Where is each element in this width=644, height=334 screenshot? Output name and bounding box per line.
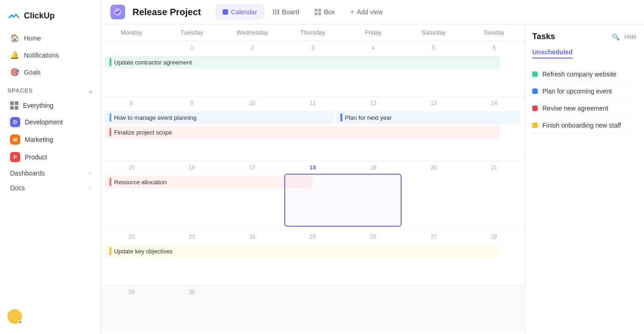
hide-button[interactable]: Hide: [624, 33, 637, 40]
w5d0: 29: [101, 287, 161, 297]
week2-dates: 8 9 10 11 12 13 14: [101, 96, 524, 110]
notifications-label: Notifications: [24, 52, 59, 59]
week1-dates: 1 2 3 4 5 6: [101, 41, 524, 55]
tasks-unscheduled-tab[interactable]: Unscheduled: [532, 48, 573, 59]
task-item-1[interactable]: Refresh company website: [532, 66, 637, 83]
task-dot-1: [532, 71, 538, 77]
event-label: Resource allocation: [114, 179, 167, 186]
event-plan-year[interactable]: Plan for next year: [336, 111, 521, 124]
calendar-week-3: 15 16 17 18 19 20 21 Resource allocation: [101, 161, 524, 230]
main-content: Release Project Calendar Board: [101, 0, 644, 334]
development-label: Development: [25, 118, 63, 126]
event-bar: [340, 113, 342, 122]
goals-icon: 🎯: [10, 68, 19, 76]
event-resource-allocation[interactable]: Resource allocation: [105, 176, 313, 188]
w1d6: 6: [464, 43, 524, 53]
w5d4: [343, 287, 403, 297]
sidebar-item-dashboards[interactable]: Dashboards ›: [3, 166, 98, 181]
tab-calendar[interactable]: Calendar: [216, 5, 264, 19]
w1d3: 3: [282, 43, 343, 53]
w5d1: 30: [161, 287, 222, 297]
day-sunday: Sunday: [464, 24, 524, 41]
search-icon[interactable]: 🔍: [612, 33, 620, 41]
w3d3-today: 18: [282, 163, 343, 173]
w1d0: [101, 43, 161, 53]
sidebar-item-product[interactable]: P Product: [3, 148, 98, 166]
sidebar-nav-goals[interactable]: 🎯 Goals: [3, 64, 98, 81]
w2d5: 13: [403, 98, 464, 108]
w3d1: 16: [161, 163, 222, 173]
event-finalize-scope[interactable]: Finalize project scope: [105, 126, 500, 139]
sidebar-item-docs[interactable]: Docs ›: [3, 181, 98, 195]
event-update-objectives[interactable]: Update key objectives: [105, 245, 500, 258]
product-label: Product: [25, 153, 47, 161]
clickup-logo-icon: [7, 9, 20, 22]
sidebar-item-everything[interactable]: Everything: [3, 98, 98, 113]
calendar-week-1: 1 2 3 4 5 6 Update contractor agreement: [101, 41, 524, 96]
calendar-main[interactable]: Monday Tuesday Wednesday Thursday Friday…: [101, 24, 524, 334]
logo-text: ClickUp: [24, 11, 55, 21]
w4d4: 26: [343, 232, 403, 242]
user-avatar[interactable]: [7, 309, 22, 324]
tasks-panel: Tasks 🔍 Hide Unscheduled Refresh company…: [524, 24, 644, 334]
week4-dates: 22 23 24 25 26 27 28: [101, 230, 524, 244]
w2d1: 9: [161, 98, 222, 108]
w2d2: 10: [222, 98, 282, 108]
home-icon: 🏠: [10, 34, 19, 42]
view-tabs: Calendar Board Box +: [216, 5, 389, 19]
w2d6: 14: [464, 98, 524, 108]
sidebar-item-marketing[interactable]: M Marketing: [3, 131, 98, 148]
box-tab-icon: [315, 9, 321, 15]
w4d3: 25: [282, 232, 343, 242]
add-view-button[interactable]: + Add view: [344, 5, 389, 19]
day-tuesday: Tuesday: [161, 24, 222, 41]
project-title: Release Project: [132, 7, 201, 18]
spaces-label: Spaces: [7, 87, 33, 94]
task-item-2[interactable]: Plan for upcoming event: [532, 83, 637, 100]
task-label-2: Plan for upcoming event: [542, 88, 612, 95]
week2-events-row1: How to manage event planning Plan for ne…: [105, 111, 521, 124]
event-update-contractor[interactable]: Update contractor agreement: [105, 56, 500, 69]
w1d2: 2: [222, 43, 282, 53]
event-manage-event[interactable]: How to manage event planning: [105, 111, 334, 124]
dashboards-label: Dashboards: [10, 170, 45, 177]
spaces-section-header: Spaces ⌄: [0, 81, 101, 98]
day-thursday: Thursday: [282, 24, 343, 41]
week2-events: How to manage event planning Plan for ne…: [101, 110, 524, 142]
sidebar-nav-notifications[interactable]: 🔔 Notifications: [3, 47, 98, 64]
board-tab-icon: [273, 9, 279, 15]
w5d6: [464, 287, 524, 297]
svg-point-0: [114, 8, 121, 16]
week3-dates: 15 16 17 18 19 20 21: [101, 161, 524, 175]
task-item-4[interactable]: Finish onboarding new staff: [532, 117, 637, 134]
sidebar-item-development[interactable]: D Development: [3, 113, 98, 131]
avatar-indicator: [18, 320, 22, 324]
sidebar-nav-home[interactable]: 🏠 Home: [3, 29, 98, 47]
development-badge: D: [10, 117, 20, 127]
event-label: How to manage event planning: [114, 114, 196, 121]
task-dot-2: [532, 88, 538, 94]
w3d0: 15: [101, 163, 161, 173]
event-bar: [109, 128, 111, 136]
w3d2: 17: [222, 163, 282, 173]
w1d4: 4: [343, 43, 403, 53]
everything-label: Everything: [23, 102, 53, 109]
event-bar: [109, 58, 111, 66]
tasks-title: Tasks: [532, 32, 555, 41]
marketing-label: Marketing: [25, 136, 53, 143]
calendar-week-2: 8 9 10 11 12 13 14 How to manage event p…: [101, 96, 524, 161]
tab-box[interactable]: Box: [308, 5, 342, 19]
task-item-3[interactable]: Revise new agreement: [532, 100, 637, 117]
logo[interactable]: ClickUp: [0, 6, 101, 29]
product-badge: P: [10, 152, 20, 162]
event-bar: [109, 113, 111, 122]
grid-icon: [10, 101, 18, 110]
calendar-area: Monday Tuesday Wednesday Thursday Friday…: [101, 24, 644, 334]
task-dot-3: [532, 105, 538, 111]
task-label-4: Finish onboarding new staff: [542, 122, 621, 129]
week1-events: Update contractor agreement: [101, 55, 524, 72]
spaces-chevron-icon[interactable]: ⌄: [87, 86, 94, 95]
sidebar: ClickUp 🏠 Home 🔔 Notifications 🎯 Goals S…: [0, 0, 101, 334]
event-label: Update contractor agreement: [114, 59, 192, 66]
tab-board[interactable]: Board: [266, 5, 306, 19]
